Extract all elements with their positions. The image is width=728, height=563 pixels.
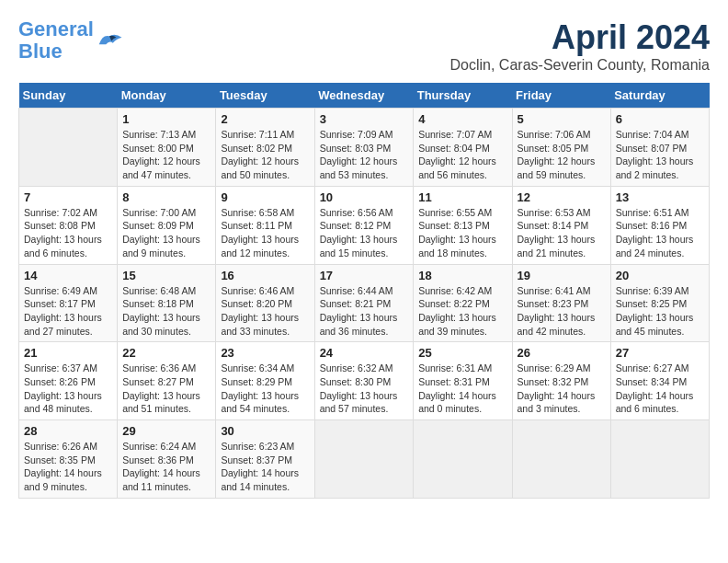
day-number: 24 xyxy=(320,346,409,360)
day-number: 19 xyxy=(518,269,606,282)
calendar-day-header: Wednesday xyxy=(314,83,414,109)
day-info: Sunrise: 6:39 AMSunset: 8:25 PMDaylight:… xyxy=(616,284,704,339)
day-number: 6 xyxy=(616,112,704,126)
calendar-cell: 9Sunrise: 6:58 AMSunset: 8:11 PMDaylight… xyxy=(216,186,314,264)
calendar-cell: 12Sunrise: 6:53 AMSunset: 8:14 PMDayligh… xyxy=(512,186,610,264)
calendar-cell: 14Sunrise: 6:49 AMSunset: 8:17 PMDayligh… xyxy=(19,264,118,342)
day-info: Sunrise: 6:53 AMSunset: 8:14 PMDaylight:… xyxy=(518,206,606,260)
title-block: April 2024 Doclin, Caras-Severin County,… xyxy=(450,18,710,74)
calendar-week-row: 28Sunrise: 6:26 AMSunset: 8:35 PMDayligh… xyxy=(19,420,710,499)
day-number: 14 xyxy=(24,269,112,282)
day-info: Sunrise: 6:49 AMSunset: 8:17 PMDaylight:… xyxy=(24,284,112,339)
day-number: 16 xyxy=(221,269,309,282)
page-title: April 2024 xyxy=(450,18,710,57)
calendar-week-row: 21Sunrise: 6:37 AMSunset: 8:26 PMDayligh… xyxy=(19,342,710,420)
calendar-cell: 18Sunrise: 6:42 AMSunset: 8:22 PMDayligh… xyxy=(414,264,512,342)
day-number: 18 xyxy=(418,269,506,282)
day-info: Sunrise: 7:00 AMSunset: 8:09 PMDaylight:… xyxy=(122,206,210,260)
logo: General Blue xyxy=(18,18,123,63)
logo-bird-icon xyxy=(96,29,123,52)
calendar-cell: 1Sunrise: 7:13 AMSunset: 8:00 PMDaylight… xyxy=(118,109,216,187)
day-number: 27 xyxy=(616,346,704,360)
day-info: Sunrise: 6:58 AMSunset: 8:11 PMDaylight:… xyxy=(221,206,309,260)
day-info: Sunrise: 6:32 AMSunset: 8:30 PMDaylight:… xyxy=(320,362,409,416)
day-info: Sunrise: 6:42 AMSunset: 8:22 PMDaylight:… xyxy=(418,284,506,339)
day-info: Sunrise: 6:27 AMSunset: 8:34 PMDaylight:… xyxy=(616,362,704,416)
day-info: Sunrise: 6:48 AMSunset: 8:18 PMDaylight:… xyxy=(122,284,210,339)
calendar-cell: 23Sunrise: 6:34 AMSunset: 8:29 PMDayligh… xyxy=(216,342,314,420)
calendar-day-header: Friday xyxy=(512,83,610,109)
calendar-cell xyxy=(414,420,512,499)
calendar-week-row: 1Sunrise: 7:13 AMSunset: 8:00 PMDaylight… xyxy=(19,109,710,187)
day-info: Sunrise: 6:51 AMSunset: 8:16 PMDaylight:… xyxy=(616,206,704,260)
day-info: Sunrise: 6:41 AMSunset: 8:23 PMDaylight:… xyxy=(518,284,606,339)
page-subtitle: Doclin, Caras-Severin County, Romania xyxy=(450,57,710,74)
day-info: Sunrise: 7:07 AMSunset: 8:04 PMDaylight:… xyxy=(418,128,506,182)
calendar-cell: 22Sunrise: 6:36 AMSunset: 8:27 PMDayligh… xyxy=(118,342,216,420)
day-info: Sunrise: 7:11 AMSunset: 8:02 PMDaylight:… xyxy=(221,128,309,182)
calendar-cell: 27Sunrise: 6:27 AMSunset: 8:34 PMDayligh… xyxy=(610,342,709,420)
day-info: Sunrise: 6:56 AMSunset: 8:12 PMDaylight:… xyxy=(320,206,409,260)
day-number: 20 xyxy=(616,269,704,282)
day-number: 3 xyxy=(320,112,409,126)
calendar-cell: 15Sunrise: 6:48 AMSunset: 8:18 PMDayligh… xyxy=(118,264,216,342)
day-number: 11 xyxy=(418,190,506,204)
day-number: 9 xyxy=(221,190,309,204)
day-info: Sunrise: 7:09 AMSunset: 8:03 PMDaylight:… xyxy=(320,128,409,182)
calendar-week-row: 7Sunrise: 7:02 AMSunset: 8:08 PMDaylight… xyxy=(19,186,710,264)
day-info: Sunrise: 6:26 AMSunset: 8:35 PMDaylight:… xyxy=(24,440,112,494)
day-number: 12 xyxy=(518,190,606,204)
day-info: Sunrise: 6:29 AMSunset: 8:32 PMDaylight:… xyxy=(518,362,606,416)
day-info: Sunrise: 6:36 AMSunset: 8:27 PMDaylight:… xyxy=(122,362,210,416)
logo-text: General Blue xyxy=(18,18,94,63)
calendar-cell xyxy=(19,109,118,187)
page-header: General Blue April 2024 Doclin, Caras-Se… xyxy=(18,18,710,74)
day-info: Sunrise: 7:04 AMSunset: 8:07 PMDaylight:… xyxy=(616,128,704,182)
calendar-cell: 30Sunrise: 6:23 AMSunset: 8:37 PMDayligh… xyxy=(216,420,314,499)
calendar-cell xyxy=(610,420,709,499)
day-info: Sunrise: 6:46 AMSunset: 8:20 PMDaylight:… xyxy=(221,284,309,339)
day-info: Sunrise: 6:37 AMSunset: 8:26 PMDaylight:… xyxy=(24,362,112,416)
day-number: 30 xyxy=(221,424,309,438)
calendar-week-row: 14Sunrise: 6:49 AMSunset: 8:17 PMDayligh… xyxy=(19,264,710,342)
calendar-cell: 29Sunrise: 6:24 AMSunset: 8:36 PMDayligh… xyxy=(118,420,216,499)
calendar-day-header: Sunday xyxy=(19,83,118,109)
day-number: 5 xyxy=(518,112,606,126)
day-number: 4 xyxy=(418,112,506,126)
day-info: Sunrise: 6:34 AMSunset: 8:29 PMDaylight:… xyxy=(221,362,309,416)
calendar-cell: 17Sunrise: 6:44 AMSunset: 8:21 PMDayligh… xyxy=(314,264,414,342)
day-info: Sunrise: 7:02 AMSunset: 8:08 PMDaylight:… xyxy=(24,206,112,260)
calendar-cell: 13Sunrise: 6:51 AMSunset: 8:16 PMDayligh… xyxy=(610,186,709,264)
calendar-cell: 8Sunrise: 7:00 AMSunset: 8:09 PMDaylight… xyxy=(118,186,216,264)
calendar-cell: 3Sunrise: 7:09 AMSunset: 8:03 PMDaylight… xyxy=(314,109,414,187)
calendar-cell: 11Sunrise: 6:55 AMSunset: 8:13 PMDayligh… xyxy=(414,186,512,264)
calendar-day-header: Thursday xyxy=(414,83,512,109)
day-info: Sunrise: 6:44 AMSunset: 8:21 PMDaylight:… xyxy=(320,284,409,339)
day-number: 26 xyxy=(518,346,606,360)
day-number: 1 xyxy=(122,112,210,126)
day-info: Sunrise: 6:55 AMSunset: 8:13 PMDaylight:… xyxy=(418,206,506,260)
day-info: Sunrise: 6:23 AMSunset: 8:37 PMDaylight:… xyxy=(221,440,309,494)
calendar-day-header: Monday xyxy=(118,83,216,109)
calendar-cell: 16Sunrise: 6:46 AMSunset: 8:20 PMDayligh… xyxy=(216,264,314,342)
day-number: 8 xyxy=(122,190,210,204)
calendar-cell: 20Sunrise: 6:39 AMSunset: 8:25 PMDayligh… xyxy=(610,264,709,342)
calendar-cell: 24Sunrise: 6:32 AMSunset: 8:30 PMDayligh… xyxy=(314,342,414,420)
day-number: 28 xyxy=(24,424,112,438)
calendar-cell: 28Sunrise: 6:26 AMSunset: 8:35 PMDayligh… xyxy=(19,420,118,499)
calendar-header-row: SundayMondayTuesdayWednesdayThursdayFrid… xyxy=(19,83,710,109)
calendar-cell: 10Sunrise: 6:56 AMSunset: 8:12 PMDayligh… xyxy=(314,186,414,264)
calendar-cell: 7Sunrise: 7:02 AMSunset: 8:08 PMDaylight… xyxy=(19,186,118,264)
day-number: 10 xyxy=(320,190,409,204)
day-info: Sunrise: 6:31 AMSunset: 8:31 PMDaylight:… xyxy=(418,362,506,416)
calendar-day-header: Tuesday xyxy=(216,83,314,109)
calendar-cell: 25Sunrise: 6:31 AMSunset: 8:31 PMDayligh… xyxy=(414,342,512,420)
day-info: Sunrise: 6:24 AMSunset: 8:36 PMDaylight:… xyxy=(122,440,210,494)
calendar-cell: 21Sunrise: 6:37 AMSunset: 8:26 PMDayligh… xyxy=(19,342,118,420)
day-number: 23 xyxy=(221,346,309,360)
day-number: 2 xyxy=(221,112,309,126)
day-number: 13 xyxy=(616,190,704,204)
day-number: 17 xyxy=(320,269,409,282)
calendar-cell xyxy=(314,420,414,499)
calendar-cell: 5Sunrise: 7:06 AMSunset: 8:05 PMDaylight… xyxy=(512,109,610,187)
